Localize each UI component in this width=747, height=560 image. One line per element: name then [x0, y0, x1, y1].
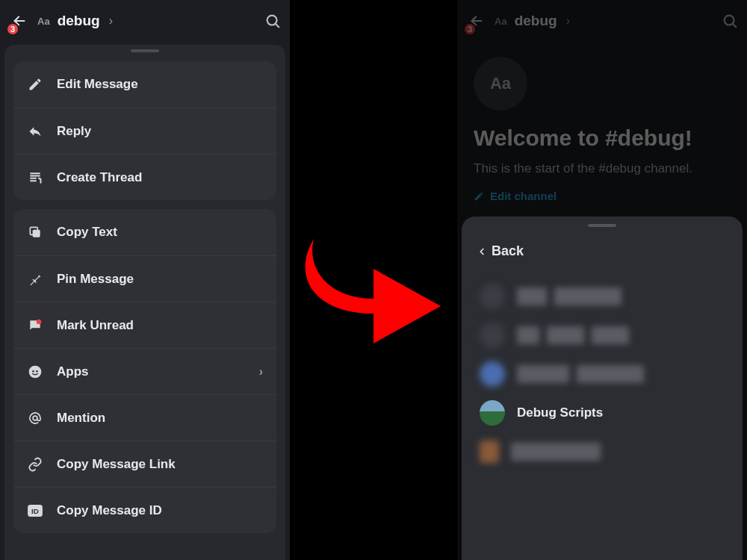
context-menu-sheet: Edit Message Reply Create Thread Cop	[4, 45, 285, 560]
search-button[interactable]	[264, 13, 281, 29]
app-item-redacted[interactable]	[462, 355, 743, 393]
redacted-label	[517, 326, 629, 344]
menu-pin-message[interactable]: Pin Message	[13, 255, 276, 302]
mention-icon	[27, 411, 43, 426]
svg-text:ID: ID	[31, 506, 39, 514]
svg-point-3	[37, 319, 42, 324]
transition-arrow-icon	[299, 209, 448, 358]
svg-point-4	[29, 365, 42, 378]
menu-label: Reply	[57, 124, 91, 139]
sheet-grabber[interactable]	[588, 224, 616, 227]
chevron-left-icon	[477, 246, 487, 257]
app-icon	[480, 441, 499, 463]
menu-label: Copy Message Link	[57, 457, 176, 472]
svg-point-7	[33, 416, 37, 420]
id-icon: ID	[27, 504, 43, 517]
back-button[interactable]: 3	[9, 10, 30, 31]
header: 3 Aa debug ›	[0, 0, 290, 42]
bot-icon	[27, 364, 43, 379]
apps-submenu-sheet: Back Debug Scripts	[462, 217, 743, 560]
back-label: Back	[492, 243, 524, 259]
channel-title[interactable]: debug	[58, 13, 100, 29]
app-item-debug-scripts[interactable]: Debug Scripts	[462, 393, 743, 432]
menu-label: Apps	[57, 364, 89, 379]
chevron-right-icon: ›	[109, 14, 113, 28]
menu-label: Copy Message ID	[57, 503, 162, 518]
app-label: Debug Scripts	[517, 405, 603, 420]
app-item-redacted[interactable]	[462, 432, 743, 471]
redacted-label	[517, 287, 622, 305]
search-icon	[264, 13, 281, 29]
menu-label: Copy Text	[57, 225, 117, 240]
svg-point-6	[36, 370, 38, 372]
menu-label: Mention	[57, 411, 105, 426]
redacted-label	[517, 365, 644, 383]
copy-icon	[27, 225, 43, 240]
menu-reply[interactable]: Reply	[13, 108, 276, 154]
redacted-label	[511, 443, 601, 461]
pin-icon	[27, 272, 43, 287]
right-screen: 3 Aa debug › Aa Welcome to #debug! This …	[457, 0, 747, 560]
app-icon	[480, 323, 505, 348]
menu-mention[interactable]: Mention	[13, 394, 276, 441]
notification-badge: 3	[6, 22, 19, 36]
menu-label: Create Thread	[57, 170, 142, 185]
unread-icon	[27, 318, 43, 333]
app-icon	[480, 284, 505, 309]
svg-rect-1	[33, 230, 40, 237]
menu-apps[interactable]: Apps ›	[13, 348, 276, 394]
menu-copy-id[interactable]: ID Copy Message ID	[13, 487, 276, 533]
thread-icon	[27, 170, 43, 185]
sheet-grabber[interactable]	[131, 49, 159, 52]
pencil-icon	[27, 77, 43, 92]
menu-group-1: Edit Message Reply Create Thread	[13, 61, 276, 200]
menu-edit-message[interactable]: Edit Message	[13, 61, 276, 108]
menu-mark-unread[interactable]: Mark Unread	[13, 302, 276, 348]
chevron-right-icon: ›	[259, 365, 263, 379]
menu-copy-text[interactable]: Copy Text	[13, 209, 276, 255]
channel-type-icon: Aa	[37, 16, 50, 27]
apps-back-button[interactable]: Back	[462, 230, 743, 277]
link-icon	[27, 457, 43, 472]
reply-icon	[27, 124, 43, 139]
menu-copy-link[interactable]: Copy Message Link	[13, 441, 276, 487]
menu-create-thread[interactable]: Create Thread	[13, 154, 276, 200]
app-icon	[480, 361, 505, 387]
menu-label: Mark Unread	[57, 318, 134, 333]
app-icon	[480, 400, 505, 426]
svg-point-5	[32, 370, 34, 372]
menu-group-2: Copy Text Pin Message Mark Unread Apps	[13, 209, 276, 533]
menu-label: Pin Message	[57, 272, 134, 287]
menu-label: Edit Message	[57, 77, 138, 92]
app-item-redacted[interactable]	[462, 277, 743, 316]
app-item-redacted[interactable]	[462, 316, 743, 355]
left-screen: 3 Aa debug › Edit Message Reply	[0, 0, 290, 560]
